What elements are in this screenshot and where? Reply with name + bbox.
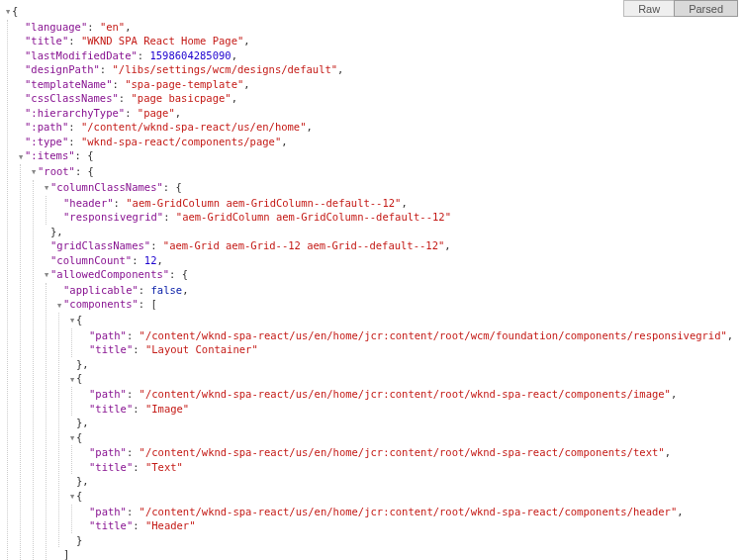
parsed-button[interactable]: Parsed	[674, 0, 738, 17]
json-line[interactable]: "designPath": "/libs/settings/wcm/design…	[17, 62, 742, 77]
json-line[interactable]: "templateName": "spa-page-template",	[17, 77, 742, 92]
json-line: },	[68, 416, 742, 430]
json-line[interactable]: "columnCount": 12,	[43, 253, 742, 268]
json-line[interactable]: {	[68, 371, 742, 387]
json-line[interactable]: "components": [	[55, 297, 742, 313]
json-line[interactable]: "title": "Image"	[81, 402, 742, 417]
json-line[interactable]: "path": "/content/wknd-spa-react/us/en/h…	[81, 445, 742, 460]
json-line[interactable]: ":items": {	[17, 148, 742, 164]
json-line[interactable]: ":path": "/content/wknd-spa-react/us/en/…	[17, 120, 742, 135]
json-line[interactable]: "title": "WKND SPA React Home Page",	[17, 34, 742, 48]
json-line: }	[68, 533, 742, 548]
json-line[interactable]: "lastModifiedDate": 1598604285090,	[17, 48, 742, 63]
json-line[interactable]: "language": "en",	[17, 20, 742, 35]
json-line[interactable]: "applicable": false,	[55, 283, 742, 298]
json-line[interactable]: "cssClassNames": "page basicpage",	[17, 91, 742, 106]
json-line[interactable]: "path": "/content/wknd-spa-react/us/en/h…	[81, 505, 742, 519]
json-line[interactable]: "columnClassNames": {	[43, 180, 742, 196]
json-line[interactable]: {	[68, 489, 742, 505]
json-line[interactable]: "allowedComponents": {	[43, 267, 742, 283]
json-line[interactable]: "path": "/content/wknd-spa-react/us/en/h…	[81, 328, 742, 343]
json-line[interactable]: {	[68, 313, 742, 328]
raw-button[interactable]: Raw	[623, 0, 674, 17]
json-line: ]	[55, 547, 742, 560]
json-line[interactable]: "gridClassNames": "aem-Grid aem-Grid--12…	[43, 238, 742, 253]
json-line: },	[43, 225, 742, 239]
json-line[interactable]: "header": "aem-GridColumn aem-GridColumn…	[55, 196, 742, 211]
json-line[interactable]: "responsivegrid": "aem-GridColumn aem-Gr…	[55, 210, 742, 225]
json-tree: { "language": "en", "title": "WKND SPA R…	[0, 4, 742, 560]
json-line[interactable]: "title": "Text"	[81, 460, 742, 475]
json-line[interactable]: ":hierarchyType": "page",	[17, 106, 742, 121]
json-line[interactable]: "path": "/content/wknd-spa-react/us/en/h…	[81, 387, 742, 402]
json-line[interactable]: "title": "Layout Container"	[81, 342, 742, 357]
json-line: },	[68, 474, 742, 489]
view-toggle-toolbar: Raw Parsed	[623, 0, 738, 17]
json-line[interactable]: "root": {	[30, 164, 742, 180]
json-line[interactable]: {	[68, 430, 742, 446]
json-line: },	[68, 357, 742, 372]
json-line[interactable]: "title": "Header"	[81, 518, 742, 533]
json-line[interactable]: ":type": "wknd-spa-react/components/page…	[17, 135, 742, 149]
